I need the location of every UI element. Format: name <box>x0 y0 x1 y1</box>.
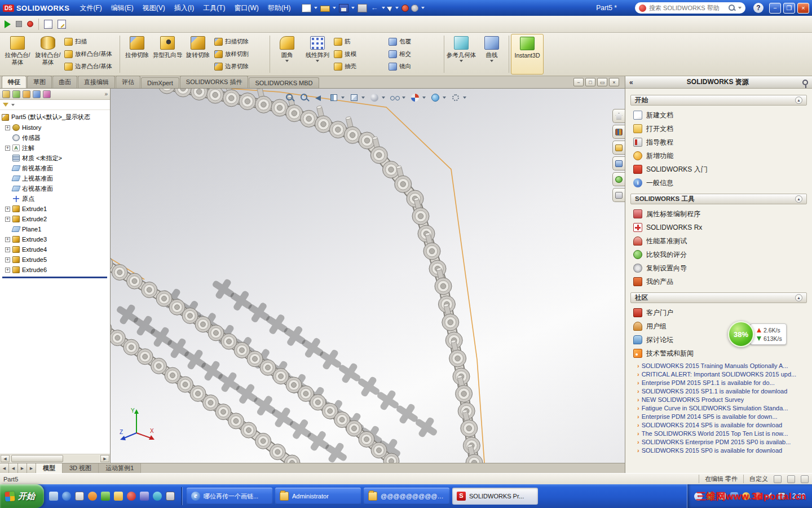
doc-close-icon[interactable]: × <box>609 78 619 86</box>
menu-item[interactable]: 视图(V) <box>138 1 170 15</box>
taskpane-item[interactable]: 新增功能 <box>630 149 807 163</box>
task-button[interactable]: @@@@@@@@@@@@@@@@... <box>364 488 449 505</box>
extrude-cut-button[interactable]: 拉伸切除 <box>122 34 152 75</box>
hole-wizard-button[interactable]: 异型孔向导 <box>152 34 183 75</box>
news-link[interactable]: Fatigue Curve in SOLIDWORKS Simulation S… <box>637 404 807 412</box>
more-tabs-icon[interactable]: » <box>104 91 108 97</box>
record-macro-icon[interactable] <box>27 21 33 27</box>
section-header-community[interactable]: 社区 <box>630 292 807 303</box>
command-tab[interactable]: SOLIDWORKS MBD <box>249 77 319 88</box>
taskpane-item[interactable]: SOLIDWORKS 入门 <box>630 163 807 176</box>
configuration-manager-tab-icon[interactable] <box>23 90 30 98</box>
edit-macro-icon[interactable] <box>58 20 66 29</box>
taskpane-item[interactable]: 复制设置向导 <box>630 261 807 275</box>
feature-manager-tab-icon[interactable] <box>2 90 10 98</box>
revolve-boss-button[interactable]: 旋转凸台/基体 <box>33 34 63 75</box>
news-link[interactable]: SOLIDWORKS Enterprise PDM 2015 SP0 is av… <box>637 437 807 446</box>
display-style-caret-icon[interactable] <box>382 97 385 99</box>
news-link[interactable]: NEW SOLIDWORKS Product Survey <box>637 395 807 404</box>
loft-button[interactable]: 放样凸台/基体 <box>64 49 117 60</box>
hide-show-caret-icon[interactable] <box>402 97 405 99</box>
undo-icon[interactable]: ← <box>369 4 379 12</box>
curves-dropdown-caret-icon[interactable] <box>490 60 493 62</box>
property-manager-tab-icon[interactable] <box>12 90 20 98</box>
taskpane-item[interactable]: 一般信息 <box>630 176 807 190</box>
taskpane-item[interactable]: SOLIDWORKS Rx <box>630 221 807 234</box>
doc-restore-icon[interactable]: □ <box>585 78 595 86</box>
menu-item[interactable]: 帮助(H) <box>263 1 295 15</box>
filter-caret-icon[interactable] <box>11 104 15 106</box>
undo-dropdown-caret-icon[interactable] <box>382 7 385 9</box>
wrap-button[interactable]: 包覆 <box>389 36 441 48</box>
command-tab[interactable]: SOLIDWORKS 插件 <box>180 76 249 88</box>
mirror-button[interactable]: 镜向 <box>389 61 441 73</box>
news-link[interactable]: Enterprise PDM 2015 SP1.1 is available f… <box>637 378 807 387</box>
feature-tree-root[interactable]: Part5 (默认<默认>_显示状态 <box>0 112 110 122</box>
stop-macro-icon[interactable] <box>16 21 22 27</box>
feature-tree-item[interactable]: 上视基准面 <box>0 173 110 183</box>
feature-tree-item[interactable]: 右视基准面 <box>0 183 110 194</box>
task-pane-tab-custom-properties[interactable] <box>612 188 625 202</box>
graphics-viewport[interactable]: Y X Z <box>111 89 625 463</box>
instant3d-button[interactable]: Instant3D <box>511 34 544 75</box>
feature-tree-item[interactable]: 材质 <未指定> <box>0 153 110 163</box>
command-tab[interactable]: DimXpert <box>141 77 179 88</box>
extrude-boss-button[interactable]: 拉伸凸台/基体 <box>2 34 33 75</box>
command-tab[interactable]: 曲面 <box>52 76 77 88</box>
display-style-icon[interactable] <box>369 93 379 103</box>
help-button[interactable]: ? <box>753 3 764 13</box>
section-collapse-icon[interactable] <box>795 195 802 203</box>
status-custom[interactable]: 自定义 <box>743 475 768 483</box>
taskpane-item[interactable]: 客户门户 <box>630 306 807 319</box>
taskpane-item[interactable]: 比较我的评分 <box>630 248 807 261</box>
command-tab[interactable]: 特征 <box>2 76 27 88</box>
save-dropdown-caret-icon[interactable] <box>351 7 355 9</box>
intersect-button[interactable]: 相交 <box>389 49 441 60</box>
options-icon[interactable] <box>411 5 418 12</box>
taskpane-item[interactable]: 指导教程 <box>630 135 807 149</box>
zoom-fit-icon[interactable] <box>285 93 295 103</box>
minimize-button[interactable]: − <box>769 3 781 14</box>
reference-geometry-button[interactable]: 参考几何体 <box>446 34 476 75</box>
view-tab[interactable]: 模型 <box>36 463 63 473</box>
network-monitor-widget[interactable]: 38% 2.6K/s 613K/s <box>728 321 787 347</box>
view-orientation-icon[interactable] <box>349 93 359 103</box>
feature-tree-item[interactable]: History <box>0 122 110 133</box>
doc-tile-icon[interactable]: ▭ <box>597 78 607 86</box>
tree-horizontal-scrollbar[interactable]: ◀ ▶ <box>0 454 110 463</box>
tab-scroll-left-icon[interactable]: ◀ <box>9 463 18 473</box>
feature-tree-item[interactable]: Extrude6 <box>0 265 110 275</box>
news-link[interactable]: SOLIDWORKS 2014 SP5 is available for dow… <box>637 421 807 429</box>
my-documents-icon[interactable] <box>75 492 84 501</box>
expand-toggle[interactable] <box>5 268 10 273</box>
doc-minimize-icon[interactable]: − <box>573 78 584 86</box>
expand-toggle[interactable] <box>5 125 10 130</box>
internet-explorer-icon[interactable] <box>62 492 71 501</box>
sweep-cut-button[interactable]: 扫描切除 <box>214 36 267 48</box>
menu-item[interactable]: 窗口(W) <box>230 1 263 15</box>
search-sc-caret-icon[interactable] <box>738 7 742 9</box>
new-macro-icon[interactable] <box>44 20 52 29</box>
section-collapse-icon[interactable] <box>795 97 802 104</box>
feature-tree-item[interactable]: 前视基准面 <box>0 163 110 173</box>
task-pane-tab-appearances[interactable] <box>612 172 625 186</box>
expand-toggle[interactable] <box>5 257 10 262</box>
pin-icon[interactable] <box>802 80 808 85</box>
task-pane-toggle-icon[interactable] <box>801 475 809 483</box>
taskpane-item[interactable]: 打开文档 <box>630 122 807 135</box>
play-macro-icon[interactable] <box>5 20 11 28</box>
select-dropdown-caret-icon[interactable] <box>395 7 399 9</box>
app-shortcut-teal-icon[interactable] <box>153 492 162 501</box>
menu-item[interactable]: 工具(T) <box>198 1 230 15</box>
menu-item[interactable]: 插入(I) <box>170 1 198 15</box>
taskpane-item[interactable]: 我的产品 <box>630 275 807 288</box>
feature-tree-item[interactable]: Extrude3 <box>0 234 110 244</box>
start-button[interactable]: 开始 <box>0 484 44 508</box>
news-link[interactable]: SOLIDWORKS 2015 Training Manuals Optiona… <box>637 361 807 370</box>
display-manager-tab-icon[interactable] <box>43 90 51 98</box>
search-icon[interactable] <box>729 5 735 11</box>
hide-show-items-icon[interactable] <box>390 93 400 103</box>
print-icon[interactable] <box>358 4 367 12</box>
messenger-icon[interactable] <box>101 492 110 501</box>
feature-tree-item[interactable]: Extrude4 <box>0 244 110 255</box>
